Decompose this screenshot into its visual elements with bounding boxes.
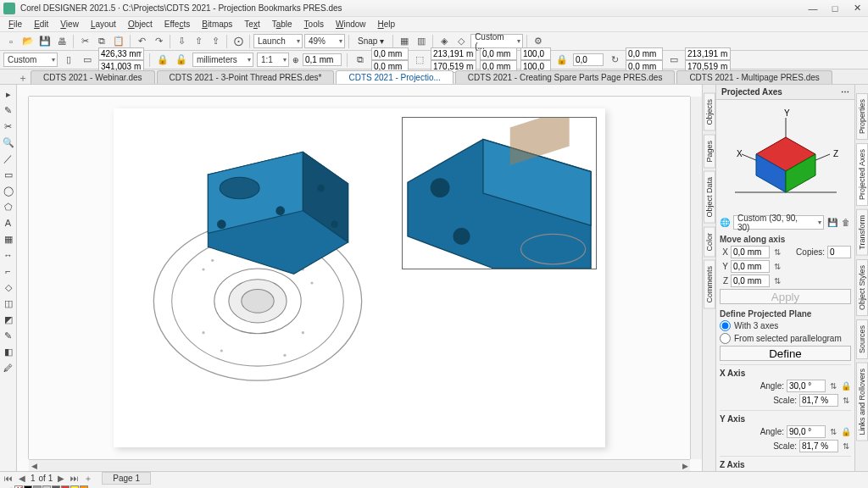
brake-assembly-illustration[interactable] bbox=[122, 134, 393, 405]
scale-x-input[interactable] bbox=[520, 47, 551, 60]
maximize-button[interactable]: □ bbox=[827, 3, 843, 14]
polygon-tool[interactable]: ⬠ bbox=[1, 199, 16, 214]
unlock-icon[interactable]: 🔓 bbox=[174, 53, 189, 68]
add-page-icon[interactable]: ＋ bbox=[83, 474, 93, 484]
dropshadow-tool[interactable]: ◫ bbox=[1, 296, 16, 311]
crop-tool[interactable]: ✂ bbox=[1, 119, 16, 134]
publish-icon[interactable]: ⇪ bbox=[208, 34, 223, 49]
copies-input[interactable] bbox=[827, 246, 851, 258]
tab-properties[interactable]: Properties bbox=[856, 93, 868, 140]
axes-preset-combo[interactable]: Custom (30, 90, 30) bbox=[733, 215, 824, 230]
palette-prev-icon[interactable]: ◀ bbox=[3, 485, 14, 488]
tab-links[interactable]: Links and Rollovers bbox=[856, 363, 868, 441]
docker-tab-objectdata[interactable]: Object Data bbox=[704, 171, 715, 224]
apply-button[interactable]: Apply bbox=[720, 289, 851, 304]
page-preset-combo[interactable]: Custom bbox=[3, 53, 58, 67]
projected-tool[interactable]: ◇ bbox=[1, 280, 16, 295]
size-icon[interactable]: ⬚ bbox=[412, 53, 427, 68]
cut-icon[interactable]: ✂ bbox=[77, 34, 92, 49]
docker-menu-icon[interactable]: ⋯ bbox=[841, 87, 849, 97]
doc-tab-4[interactable]: CDTS 2021 - Multipage PRES.des bbox=[676, 70, 832, 84]
zoom-combo[interactable]: 49% bbox=[304, 34, 345, 48]
ellipse-tool[interactable]: ◯ bbox=[1, 183, 16, 198]
outline-tool[interactable]: 🖉 bbox=[1, 360, 16, 375]
lock-icon[interactable]: 🔒 bbox=[155, 53, 170, 68]
x-angle-input[interactable] bbox=[787, 380, 826, 392]
obj-w-input[interactable] bbox=[431, 47, 476, 60]
new-icon[interactable]: ▫ bbox=[3, 34, 19, 49]
tab-transform[interactable]: Transform bbox=[856, 209, 868, 256]
dup-x-input[interactable] bbox=[371, 47, 409, 60]
off-x-input[interactable] bbox=[626, 47, 663, 60]
last-page-icon[interactable]: ⏭ bbox=[70, 474, 80, 484]
menu-view[interactable]: View bbox=[55, 18, 84, 30]
portrait-icon[interactable]: ▯ bbox=[61, 53, 76, 68]
menu-bitmaps[interactable]: Bitmaps bbox=[197, 18, 237, 30]
docker-tab-objects[interactable]: Objects bbox=[704, 93, 715, 131]
world-icon[interactable]: 🌐 bbox=[720, 218, 730, 228]
transparency-tool[interactable]: ◩ bbox=[1, 312, 16, 327]
lock-icon[interactable]: 🔒 bbox=[841, 381, 851, 391]
scrollbar-horizontal[interactable]: ◀▶ bbox=[29, 459, 690, 471]
menu-text[interactable]: Text bbox=[239, 18, 264, 30]
canvas[interactable] bbox=[29, 97, 690, 459]
doc-tab-0[interactable]: CDTS 2021 - Webinar.des bbox=[31, 70, 155, 84]
search-icon[interactable]: ⨀ bbox=[231, 34, 246, 49]
stepper-icon[interactable]: ⇅ bbox=[772, 247, 782, 258]
move-x-input[interactable] bbox=[731, 246, 770, 258]
table-tool[interactable]: ▦ bbox=[1, 231, 16, 247]
delete-preset-icon[interactable]: 🗑 bbox=[841, 218, 851, 228]
shape-tool[interactable]: ✎ bbox=[1, 103, 16, 118]
menu-object[interactable]: Object bbox=[123, 18, 158, 30]
doc-tab-1[interactable]: CDTS 2021 - 3-Point Thread PRES.des* bbox=[157, 70, 335, 84]
dup-size-icon[interactable]: ▭ bbox=[666, 53, 682, 68]
radio-parallelogram[interactable] bbox=[720, 333, 731, 344]
freehand-tool[interactable]: ／ bbox=[1, 151, 16, 166]
page-width-input[interactable] bbox=[98, 47, 144, 60]
menu-window[interactable]: Window bbox=[331, 18, 371, 30]
next-page-icon[interactable]: ▶ bbox=[56, 474, 66, 484]
detail-callout[interactable] bbox=[402, 117, 597, 269]
docker-tab-color[interactable]: Color bbox=[704, 227, 715, 258]
prev-page-icon[interactable]: ◀ bbox=[17, 474, 27, 484]
menu-help[interactable]: Help bbox=[373, 18, 401, 30]
close-button[interactable]: ✕ bbox=[849, 3, 865, 14]
menu-tools[interactable]: Tools bbox=[299, 18, 329, 30]
tab-object-styles[interactable]: Object Styles bbox=[856, 259, 868, 316]
rectangle-tool[interactable]: ▭ bbox=[1, 167, 16, 182]
export-icon[interactable]: ⇧ bbox=[191, 34, 206, 49]
ruler-vertical[interactable] bbox=[17, 97, 29, 459]
import-icon[interactable]: ⇩ bbox=[174, 34, 189, 49]
landscape-icon[interactable]: ▭ bbox=[80, 53, 95, 68]
move-y-input[interactable] bbox=[731, 260, 770, 273]
fill-tool[interactable]: ◧ bbox=[1, 344, 16, 359]
x-scale-input[interactable] bbox=[799, 394, 838, 407]
minimize-button[interactable]: — bbox=[805, 3, 821, 14]
menu-file[interactable]: File bbox=[3, 18, 27, 30]
lock-ratio-icon[interactable]: 🔒 bbox=[554, 53, 570, 68]
snap-menu[interactable]: Snap ▾ bbox=[353, 35, 389, 47]
y-angle-input[interactable] bbox=[787, 425, 826, 438]
page-tab[interactable]: Page 1 bbox=[102, 472, 151, 485]
print-icon[interactable]: 🖶 bbox=[54, 34, 70, 49]
open-icon[interactable]: 📂 bbox=[20, 34, 36, 49]
add-tab-button[interactable]: ＋ bbox=[17, 72, 29, 84]
tab-projected-axes[interactable]: Projected Axes bbox=[856, 143, 868, 206]
tab-sources[interactable]: Sources bbox=[856, 319, 868, 359]
connector-tool[interactable]: ⌐ bbox=[1, 263, 16, 279]
y-scale-input[interactable] bbox=[799, 440, 838, 452]
save-preset-icon[interactable]: 💾 bbox=[827, 218, 837, 228]
obj2-w-input[interactable] bbox=[685, 47, 731, 60]
move-z-input[interactable] bbox=[731, 274, 770, 287]
text-tool[interactable]: A bbox=[1, 215, 16, 230]
docker-tab-comments[interactable]: Comments bbox=[704, 260, 715, 309]
projection-preset-combo[interactable]: Custom (... bbox=[470, 34, 523, 48]
eyedropper-tool[interactable]: ✎ bbox=[1, 328, 16, 343]
nudge-input[interactable] bbox=[303, 53, 342, 66]
dimension-tool[interactable]: ↔ bbox=[1, 247, 16, 263]
duplicate-icon[interactable]: ⧉ bbox=[353, 53, 368, 68]
scrollbar-vertical[interactable] bbox=[690, 97, 702, 459]
axes-cube-preview[interactable]: X Y Z bbox=[720, 103, 851, 214]
doc-tab-2[interactable]: CDTS 2021 - Projectio... bbox=[336, 70, 453, 84]
save-icon[interactable]: 💾 bbox=[37, 34, 53, 49]
